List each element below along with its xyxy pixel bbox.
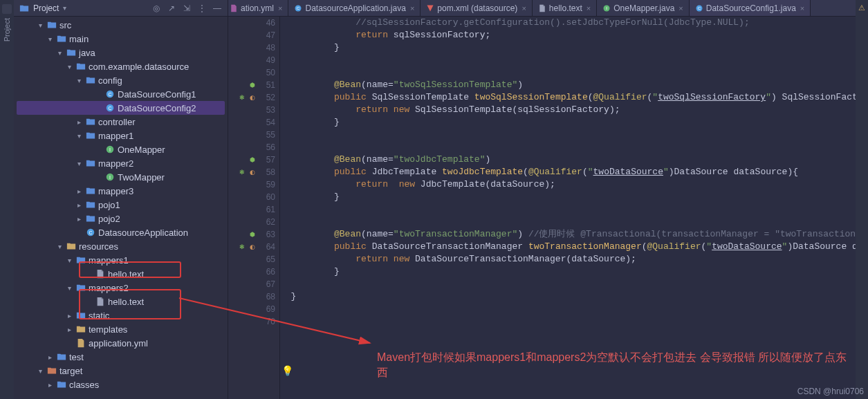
close-icon[interactable]: × bbox=[587, 4, 591, 12]
tree-item-pojo1[interactable]: ▸pojo1 bbox=[17, 198, 225, 212]
folder-icon bbox=[76, 310, 86, 320]
tree-toggle-icon[interactable]: ▸ bbox=[75, 187, 83, 195]
svg-text:C: C bbox=[89, 230, 92, 235]
tree-toggle-icon[interactable]: ▾ bbox=[65, 284, 73, 292]
tree-item-test[interactable]: ▸test bbox=[17, 350, 225, 364]
editor-tab-datasourceconfig1-java[interactable]: CDataSourceConfig1.java× bbox=[690, 0, 811, 16]
gutter-line: ❃◐58 bbox=[228, 166, 275, 178]
bean-gutter-icon[interactable]: ⬢ bbox=[248, 156, 257, 164]
watermark: CSDN @hrui0706 bbox=[797, 387, 864, 396]
override-gutter-icon[interactable]: ◐ bbox=[248, 243, 257, 251]
gutter-line: 69 bbox=[228, 303, 275, 315]
tree-toggle-icon[interactable]: ▾ bbox=[65, 257, 73, 264]
tree-toggle-icon[interactable]: ▸ bbox=[65, 326, 73, 333]
editor-code[interactable]: //sqlSessionFactory.getConfiguration().s… bbox=[280, 17, 856, 399]
override-gutter-icon[interactable]: ◐ bbox=[248, 168, 257, 176]
tree-toggle-icon[interactable]: ▾ bbox=[75, 132, 83, 140]
project-tool-button[interactable] bbox=[2, 4, 12, 14]
tree-item-label: DataSourceConfig2 bbox=[118, 103, 196, 113]
tree-item-label: src bbox=[59, 20, 71, 30]
gutter-line: 70 bbox=[228, 315, 275, 328]
spring-gutter-icon[interactable]: ❃ bbox=[238, 243, 246, 251]
vertical-tab-strip: Project bbox=[0, 0, 14, 399]
svg-text:C: C bbox=[108, 106, 111, 111]
tree-item-controller[interactable]: ▸controller bbox=[17, 115, 225, 129]
bean-gutter-icon[interactable]: ⬢ bbox=[248, 230, 257, 239]
tree-item-mapper1[interactable]: ▾mapper1 bbox=[17, 129, 225, 142]
tree-item-hello-text[interactable]: hello.text bbox=[17, 295, 225, 308]
close-icon[interactable]: × bbox=[521, 4, 526, 12]
editor-tab-datasourceapplication-java[interactable]: CDatasourceApplication.java× bbox=[288, 0, 421, 16]
tree-item-label: test bbox=[69, 352, 84, 362]
tree-item-label: static bbox=[89, 310, 109, 321]
gutter-line: ⬢51 bbox=[228, 79, 275, 91]
tree-item-mappers1[interactable]: ▾mappers1 bbox=[17, 253, 225, 267]
tree-toggle-icon[interactable]: ▸ bbox=[75, 215, 83, 223]
tree-item-twomapper[interactable]: ITwoMapper bbox=[17, 170, 225, 184]
svg-text:C: C bbox=[108, 92, 111, 97]
gutter-line: 50 bbox=[228, 66, 275, 79]
close-icon[interactable]: × bbox=[678, 4, 683, 12]
code-line: public SqlSessionTemplate twoSqlSessionT… bbox=[280, 91, 856, 104]
editor-tab-ation-yml[interactable]: ation.yml× bbox=[228, 0, 288, 16]
tree-toggle-icon[interactable]: ▾ bbox=[36, 367, 44, 375]
code-line bbox=[280, 129, 856, 141]
tree-item-classes[interactable]: ▸classes bbox=[17, 378, 225, 391]
tree-toggle-icon[interactable]: ▾ bbox=[46, 35, 54, 43]
tree-toggle-icon[interactable]: ▸ bbox=[46, 353, 54, 361]
close-icon[interactable]: × bbox=[278, 4, 282, 12]
inspection-indicator-icon[interactable]: ⚠ bbox=[857, 3, 867, 12]
tree-item-datasourceconfig2[interactable]: CDataSourceConfig2 bbox=[17, 101, 225, 115]
editor-tab-pom-xml-datasource-[interactable]: pom.xml (datasource)× bbox=[421, 0, 532, 16]
tree-item-static[interactable]: ▸static bbox=[17, 308, 225, 322]
tree-toggle-icon[interactable]: ▸ bbox=[46, 381, 54, 389]
tree-toggle-icon[interactable]: ▸ bbox=[75, 118, 83, 126]
tree-item-datasourceapplication[interactable]: CDatasourceApplication bbox=[17, 225, 225, 239]
tree-toggle-icon[interactable]: ▾ bbox=[75, 77, 83, 84]
tree-item-label: DataSourceConfig1 bbox=[118, 89, 196, 100]
collapse-icon[interactable]: ⇲ bbox=[182, 3, 192, 13]
tree-toggle-icon[interactable]: ▾ bbox=[55, 243, 64, 250]
tree-item-mappers2[interactable]: ▾mappers2 bbox=[17, 281, 225, 295]
tree-item-hello-text[interactable]: hello.text bbox=[17, 267, 225, 281]
tree-item-java[interactable]: ▾java bbox=[17, 46, 225, 59]
folder-icon bbox=[19, 3, 29, 13]
tree-item-datasourceconfig1[interactable]: CDataSourceConfig1 bbox=[17, 87, 225, 101]
tree-item-src[interactable]: ▾src bbox=[17, 18, 225, 32]
tree-toggle-icon[interactable]: ▾ bbox=[55, 49, 64, 57]
target-icon[interactable]: ◎ bbox=[151, 3, 161, 13]
tree-item-com-example-datasource[interactable]: ▾com.example.datasource bbox=[17, 59, 225, 73]
override-gutter-icon[interactable]: ◐ bbox=[248, 93, 257, 102]
tree-toggle-icon[interactable]: ▾ bbox=[75, 160, 83, 167]
settings-icon[interactable]: ⋮ bbox=[197, 3, 207, 13]
expand-icon[interactable]: ↗ bbox=[167, 3, 176, 13]
spring-gutter-icon[interactable]: ❃ bbox=[238, 93, 246, 102]
tree-item-templates[interactable]: ▸templates bbox=[17, 322, 225, 336]
tree-item-pojo2[interactable]: ▸pojo2 bbox=[17, 212, 225, 225]
tree-item-onemapper[interactable]: IOneMapper bbox=[17, 142, 225, 156]
close-icon[interactable]: × bbox=[410, 4, 414, 12]
editor-tab-onemapper-java[interactable]: IOneMapper.java× bbox=[597, 0, 690, 16]
close-icon[interactable]: × bbox=[800, 4, 804, 12]
tree-item-mapper2[interactable]: ▾mapper2 bbox=[17, 156, 225, 170]
tree-toggle-icon[interactable]: ▸ bbox=[75, 201, 83, 209]
intention-bulb-icon[interactable]: 💡 bbox=[281, 365, 293, 377]
gutter-line: 56 bbox=[228, 141, 275, 154]
editor-tabs[interactable]: ation.yml×CDatasourceApplication.java×po… bbox=[228, 0, 856, 17]
editor-tab-hello-text[interactable]: hello.text× bbox=[533, 0, 597, 16]
chevron-down-icon[interactable]: ▾ bbox=[63, 4, 66, 12]
hide-icon[interactable]: — bbox=[212, 3, 222, 13]
tree-item-mapper3[interactable]: ▸mapper3 bbox=[17, 184, 225, 198]
tree-item-application-yml[interactable]: application.yml bbox=[17, 336, 225, 350]
tree-toggle-icon[interactable]: ▸ bbox=[65, 312, 73, 319]
tree-item-config[interactable]: ▾config bbox=[17, 73, 225, 87]
spring-gutter-icon[interactable]: ❃ bbox=[238, 168, 246, 176]
tree-item-target[interactable]: ▾target bbox=[17, 364, 225, 378]
bean-gutter-icon[interactable]: ⬢ bbox=[248, 81, 257, 89]
tree-toggle-icon[interactable]: ▾ bbox=[36, 21, 44, 29]
tree-item-resources[interactable]: ▾resources bbox=[17, 239, 225, 253]
tree-item-label: main bbox=[69, 34, 89, 44]
tree-toggle-icon[interactable]: ▾ bbox=[65, 63, 73, 71]
tree-item-main[interactable]: ▾main bbox=[17, 32, 225, 46]
project-tree[interactable]: ▾src▾main▾java▾com.example.datasource▾co… bbox=[14, 17, 228, 399]
